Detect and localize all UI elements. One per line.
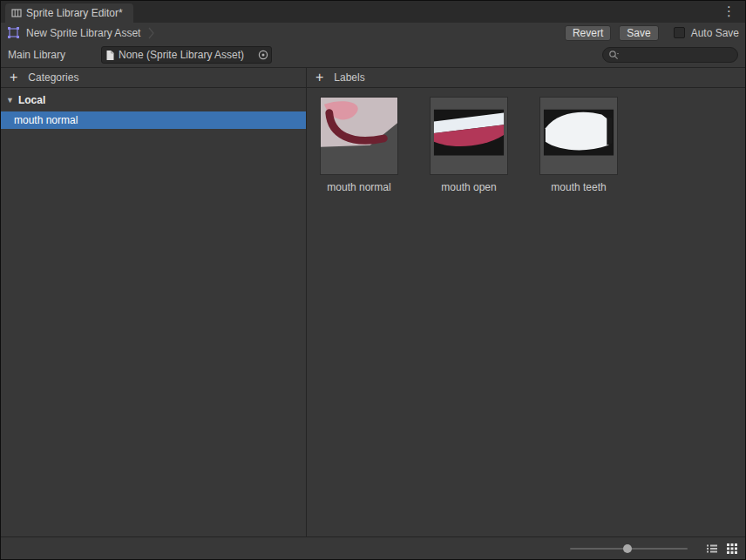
tab-sprite-library-editor[interactable]: Sprite Library Editor* <box>5 3 133 23</box>
auto-save-checkbox[interactable] <box>674 27 685 38</box>
labels-panel: + Labels mouth normal <box>307 68 745 536</box>
sprite-library-editor-icon <box>11 8 22 18</box>
sprite-library-asset-icon <box>7 26 20 39</box>
main-library-object-field[interactable]: None (Sprite Library Asset) <box>101 46 272 64</box>
list-view-icon[interactable] <box>705 542 719 556</box>
main-library-label: Main Library <box>8 49 101 61</box>
content-area: + Categories ▼ Local mouth normal + Labe… <box>1 67 745 536</box>
categories-title: Categories <box>28 71 78 84</box>
auto-save-label: Auto Save <box>691 27 739 39</box>
label-tile-mouth-open[interactable]: mouth open <box>430 97 508 193</box>
categories-header: + Categories <box>1 68 306 88</box>
sprite-thumbnail-mouth-normal[interactable] <box>320 97 398 175</box>
tab-title: Sprite Library Editor* <box>26 7 123 19</box>
toolbar: New Sprite Library Asset Revert Save Aut… <box>1 23 745 43</box>
search-field[interactable] <box>602 47 738 63</box>
bottom-bar <box>1 536 745 559</box>
categories-panel: + Categories ▼ Local mouth normal <box>1 68 307 536</box>
asset-file-icon <box>105 50 115 61</box>
category-item-label: mouth normal <box>14 114 78 126</box>
object-picker-icon[interactable] <box>257 49 269 61</box>
foldout-triangle-icon: ▼ <box>6 96 14 105</box>
breadcrumb-chevron-icon <box>148 26 154 40</box>
search-icon <box>608 50 619 60</box>
view-mode-buttons <box>705 542 739 556</box>
category-item-mouth-normal[interactable]: mouth normal <box>1 111 306 129</box>
sprite-library-editor-window: Sprite Library Editor* ⋮ New Sprite Libr… <box>0 0 746 560</box>
labels-header: + Labels <box>307 68 745 88</box>
labels-title: Labels <box>334 71 364 84</box>
local-group-foldout[interactable]: ▼ Local <box>1 91 306 109</box>
add-category-button[interactable]: + <box>8 71 19 84</box>
label-tile-mouth-teeth[interactable]: mouth teeth <box>539 97 618 193</box>
slider-handle[interactable] <box>623 544 632 553</box>
sprite-thumbnail-mouth-open[interactable] <box>430 97 508 175</box>
tile-label: mouth normal <box>327 181 390 193</box>
sprite-thumbnail-mouth-teeth[interactable] <box>539 97 618 175</box>
revert-button[interactable]: Revert <box>565 25 611 41</box>
local-group-label: Local <box>18 94 45 106</box>
tile-label: mouth open <box>441 181 496 193</box>
add-label-button[interactable]: + <box>314 71 325 84</box>
grid-view-icon[interactable] <box>725 542 739 556</box>
breadcrumb[interactable]: New Sprite Library Asset <box>26 27 140 39</box>
window-menu-icon[interactable]: ⋮ <box>719 3 739 18</box>
thumbnail-size-slider[interactable] <box>570 548 688 550</box>
save-button[interactable]: Save <box>619 25 658 41</box>
tile-label: mouth teeth <box>551 181 606 193</box>
main-library-row: Main Library None (Sprite Library Asset) <box>1 43 745 67</box>
main-library-value: None (Sprite Library Asset) <box>119 49 254 61</box>
search-input[interactable] <box>622 49 730 61</box>
tab-strip: Sprite Library Editor* ⋮ <box>1 1 745 23</box>
label-tile-mouth-normal[interactable]: mouth normal <box>320 97 398 193</box>
label-tiles: mouth normal mouth open <box>307 88 745 193</box>
